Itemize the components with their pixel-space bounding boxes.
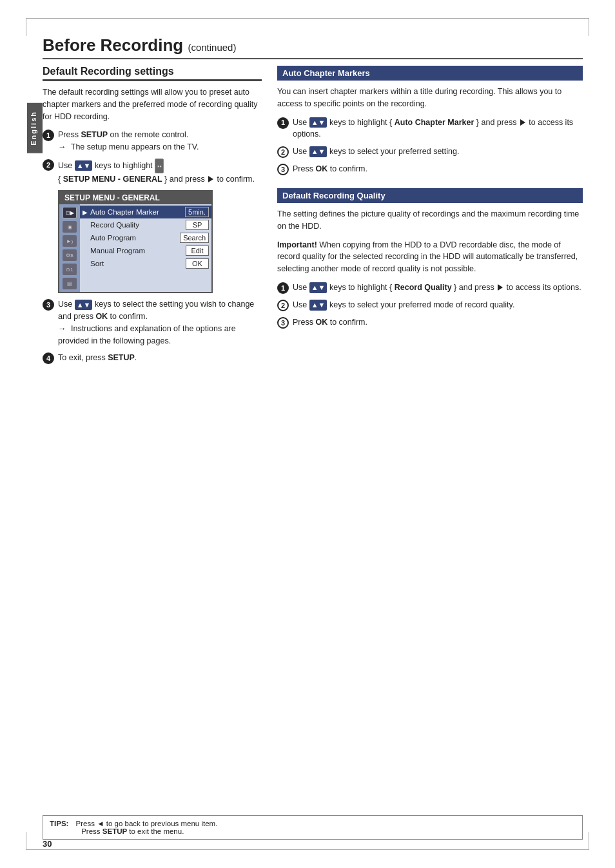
auto-chapter-body: You can insert chapter markers within a … xyxy=(277,86,583,110)
border-left-bottom xyxy=(26,832,26,850)
menu-row-4: ▶ Manual Program Edit xyxy=(80,244,211,257)
rq-step-2-icon: ▲▼ xyxy=(309,300,327,311)
title-continued: (continued) xyxy=(188,42,236,53)
step-1-num: 1 xyxy=(43,130,54,141)
menu-row-4-label: Manual Program xyxy=(90,247,186,255)
left-intro: The default recording settings will allo… xyxy=(43,86,262,122)
step-3-num: 3 xyxy=(43,299,54,311)
step-2-bold: SETUP MENU - GENERAL xyxy=(63,175,162,184)
setup-menu-rows: ▶ Auto Chapter Marker 5min. ▶ Record Qua… xyxy=(80,204,211,292)
step-3-updown-icon: ▲▼ xyxy=(75,300,93,311)
menu-row-2: ▶ Record Quality SP xyxy=(80,218,211,231)
content-columns: Default Recording settings The default r… xyxy=(43,66,583,369)
step-4-content: To exit, press SETUP. xyxy=(58,352,262,364)
menu-icon-6-symbol: ▤ xyxy=(67,281,72,287)
step-3-sub: → Instructions and explanation of the op… xyxy=(58,324,236,345)
setup-menu-box: SETUP MENU - GENERAL ⊟▶ ◉ ►) xyxy=(58,190,213,293)
menu-row-5-label: Sort xyxy=(90,260,186,267)
ac-step-1-play xyxy=(520,119,525,126)
left-section-heading: Default Recording settings xyxy=(43,66,262,81)
menu-icon-3: ►) xyxy=(63,235,77,247)
record-quality-step-3: 3 Press OK to confirm. xyxy=(277,316,583,329)
ac-step-1-bold: Auto Chapter Marker xyxy=(395,118,474,127)
rq-step-1-icon: ▲▼ xyxy=(309,282,327,293)
tips-setup-bold: SETUP xyxy=(102,827,127,835)
record-quality-step-1-num: 1 xyxy=(277,282,289,294)
step-3-content: Use ▲▼ keys to select the setting you wi… xyxy=(58,298,262,347)
auto-chapter-step-3-num: 3 xyxy=(277,164,289,175)
menu-icon-3-symbol: ►) xyxy=(66,238,73,244)
step-3-ok: OK xyxy=(95,312,108,321)
menu-row-1-label: Auto Chapter Marker xyxy=(90,208,185,216)
main-content: Before Recording (continued) Default Rec… xyxy=(43,35,583,816)
auto-chapter-heading: Auto Chapter Markers xyxy=(277,66,583,81)
left-step-1: 1 Press SETUP on the remote control. → T… xyxy=(43,129,262,153)
page-title: Before Recording (continued) xyxy=(43,35,583,59)
menu-icon-6: ▤ xyxy=(63,278,77,289)
step-4-setup: SETUP xyxy=(108,353,135,362)
border-right-top xyxy=(589,18,589,36)
ac-step-2-icon: ▲▼ xyxy=(309,146,327,157)
setup-menu-body: ⊟▶ ◉ ►) ⚙$ xyxy=(59,204,211,292)
record-quality-step-2-num: 2 xyxy=(277,300,289,311)
record-quality-step-1: 1 Use ▲▼ keys to highlight { Record Qual… xyxy=(277,282,583,294)
ac-step-3-ok: OK xyxy=(315,164,327,173)
menu-row-1: ▶ Auto Chapter Marker 5min. xyxy=(80,206,211,218)
step-2-updown-icon: ▲▼ xyxy=(75,160,93,171)
auto-chapter-step-1-content: Use ▲▼ keys to highlight { Auto Chapter … xyxy=(293,117,583,141)
title-text: Before Recording xyxy=(43,35,183,55)
rq-step-1-bold: Record Quality xyxy=(395,283,452,292)
tips-line-1: Press ◄ to go back to previous menu item… xyxy=(76,820,218,827)
record-quality-step-1-content: Use ▲▼ keys to highlight { Record Qualit… xyxy=(293,282,583,294)
border-right-bottom xyxy=(589,832,589,850)
menu-row-4-value: Edit xyxy=(186,246,209,256)
step-1-sub: → The setup menu appears on the TV. xyxy=(58,142,199,151)
left-step-2: 2 Use ▲▼ keys to highlight ▪▪ { SETUP ME… xyxy=(43,159,262,186)
auto-chapter-section: Auto Chapter Markers You can insert chap… xyxy=(277,66,583,175)
step-2-content: Use ▲▼ keys to highlight ▪▪ { SETUP MENU… xyxy=(58,159,262,186)
menu-row-5-value: OK xyxy=(186,258,209,269)
right-column: Auto Chapter Markers You can insert chap… xyxy=(277,66,583,369)
border-top xyxy=(26,18,589,19)
menu-icon-5-symbol: ⊙1 xyxy=(66,267,73,273)
step-1-content: Press SETUP on the remote control. → The… xyxy=(58,129,262,153)
menu-row-1-value: 5min. xyxy=(185,207,209,217)
tips-label: TIPS: xyxy=(50,820,68,827)
left-column: Default Recording settings The default r… xyxy=(43,66,262,369)
menu-icon-1: ⊟▶ xyxy=(63,207,77,218)
record-quality-step-2: 2 Use ▲▼ keys to select your preferred m… xyxy=(277,299,583,311)
important-label: Important! xyxy=(277,240,317,249)
step-2-num: 2 xyxy=(43,159,54,171)
step-1-bold: SETUP xyxy=(81,130,108,139)
menu-row-5: ▶ Sort OK xyxy=(80,257,211,270)
auto-chapter-step-2-content: Use ▲▼ keys to select your preferred set… xyxy=(293,146,583,158)
menu-row-3-value: Search xyxy=(180,233,209,243)
border-left-top xyxy=(26,18,26,36)
language-tab: English xyxy=(27,103,43,153)
step-4-num: 4 xyxy=(43,352,54,364)
tips-box: TIPS: Press ◄ to go back to previous men… xyxy=(43,815,583,840)
auto-chapter-step-3-content: Press OK to confirm. xyxy=(293,163,583,175)
menu-row-2-value: SP xyxy=(186,220,209,230)
border-bottom xyxy=(26,849,589,850)
auto-chapter-step-2-num: 2 xyxy=(277,146,289,158)
record-quality-body: The setting defines the picture quality … xyxy=(277,208,583,233)
left-step-4: 4 To exit, press SETUP. xyxy=(43,352,262,364)
step-2-icon-inner: ▪▪ xyxy=(157,163,161,169)
record-quality-heading: Default Recording Quality xyxy=(277,188,583,203)
step-2-play-icon xyxy=(208,176,213,182)
auto-chapter-step-1-num: 1 xyxy=(277,117,289,129)
tips-line-2: Press SETUP to exit the menu. xyxy=(81,827,184,835)
record-quality-step-3-num: 3 xyxy=(277,317,289,329)
menu-icon-5: ⊙1 xyxy=(63,264,77,275)
record-quality-section: Default Recording Quality The setting de… xyxy=(277,188,583,329)
menu-row-3: ▶ Auto Program Search xyxy=(80,231,211,244)
rq-step-1-play xyxy=(498,284,503,291)
menu-row-1-arrow: ▶ xyxy=(83,209,88,216)
page-number: 30 xyxy=(43,839,52,849)
menu-row-2-label: Record Quality xyxy=(90,221,186,229)
setup-menu-title: SETUP MENU - GENERAL xyxy=(59,191,211,204)
auto-chapter-step-1: 1 Use ▲▼ keys to highlight { Auto Chapte… xyxy=(277,117,583,141)
menu-icon-1-symbol: ⊟▶ xyxy=(66,210,74,216)
auto-chapter-step-3: 3 Press OK to confirm. xyxy=(277,163,583,175)
